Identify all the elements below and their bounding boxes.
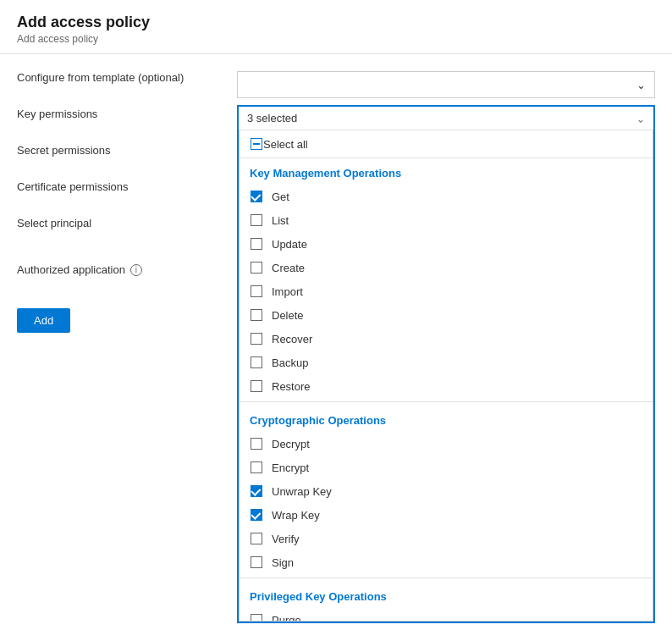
privileged-section-header: Privileged Key Operations [240,582,653,608]
item-encrypt[interactable]: Encrypt [240,456,653,479]
section-divider-2 [240,578,653,578]
key-permissions-dropdown-header[interactable]: 3 selected ⌃ [239,107,653,130]
breadcrumb: Add access policy [17,33,655,45]
page-title: Add access policy [17,14,655,31]
get-checkbox[interactable] [251,191,262,202]
key-permissions-dropdown: 3 selected ⌃ Select all Key Management O… [237,105,655,623]
item-import[interactable]: Import [240,279,653,303]
item-list[interactable]: List [240,208,653,232]
restore-checkbox[interactable] [251,380,262,392]
decrypt-checkbox[interactable] [251,438,262,450]
list-label: List [272,214,289,227]
key-permissions-chevron-icon: ⌃ [636,113,645,124]
right-panel: ⌄ 3 selected ⌃ Select all Key Management… [237,71,655,623]
key-permissions-label: Key permissions [17,108,203,120]
item-sign[interactable]: Sign [240,550,653,574]
verify-label: Verify [272,533,300,545]
item-wrap-key[interactable]: Wrap Key [240,503,653,527]
item-unwrap-key[interactable]: Unwrap Key [240,479,653,503]
unwrap-key-checkbox[interactable] [251,485,262,497]
configure-template-chevron-icon: ⌄ [636,79,646,91]
configure-template-dropdown[interactable]: ⌄ [237,71,655,98]
recover-checkbox[interactable] [251,333,262,345]
secret-permissions-label: Secret permissions [17,144,203,157]
key-permissions-row: Key permissions [17,108,203,120]
certificate-permissions-label: Certificate permissions [17,180,203,193]
cryptographic-section-header: Cryptographic Operations [240,406,653,432]
wrap-key-label: Wrap Key [272,509,320,522]
item-verify[interactable]: Verify [240,527,653,550]
configure-template-row: Configure from template (optional) [17,71,203,84]
authorized-application-row: Authorized application i [17,263,203,276]
item-decrypt[interactable]: Decrypt [240,432,653,456]
delete-label: Delete [272,309,304,322]
encrypt-checkbox[interactable] [251,461,262,473]
item-backup[interactable]: Backup [240,351,653,374]
item-update[interactable]: Update [240,232,653,256]
select-all-label: Select all [263,138,308,151]
verify-checkbox[interactable] [251,533,262,544]
item-delete[interactable]: Delete [240,303,653,327]
item-create[interactable]: Create [240,256,653,279]
page-header: Add access policy Add access policy [0,0,672,54]
item-get[interactable]: Get [240,185,653,208]
info-icon: i [130,264,142,276]
select-principal-row: Select principal [17,217,203,229]
select-all-checkbox-indicator [251,138,262,150]
key-permissions-dropdown-body: Select all Key Management Operations Get… [239,130,653,622]
item-recover[interactable]: Recover [240,327,653,351]
certificate-permissions-row: Certificate permissions [17,180,203,193]
import-checkbox[interactable] [251,285,262,297]
update-checkbox[interactable] [251,238,262,250]
get-label: Get [272,191,289,203]
import-label: Import [272,285,303,298]
purge-checkbox[interactable] [251,614,262,622]
section-divider-1 [240,401,653,402]
restore-label: Restore [272,380,311,393]
configure-template-label: Configure from template (optional) [17,71,203,84]
content-area: Configure from template (optional) Key p… [0,54,672,630]
key-permissions-selected-count: 3 selected [247,112,297,124]
decrypt-label: Decrypt [272,438,310,450]
add-button[interactable]: Add [17,308,70,333]
select-all-row[interactable]: Select all [240,130,653,158]
unwrap-key-label: Unwrap Key [272,485,332,498]
key-management-section-header: Key Management Operations [240,158,653,185]
backup-label: Backup [272,356,308,369]
create-checkbox[interactable] [251,262,262,274]
secret-permissions-row: Secret permissions [17,144,203,157]
select-principal-label: Select principal [17,217,203,229]
create-label: Create [272,262,305,274]
authorized-application-label: Authorized application i [17,263,203,276]
select-all-checkbox[interactable] [250,137,263,151]
item-restore[interactable]: Restore [240,374,653,398]
list-checkbox[interactable] [251,214,262,226]
wrap-key-checkbox[interactable] [251,509,262,521]
purge-label: Purge [272,614,301,622]
update-label: Update [272,238,307,251]
delete-checkbox[interactable] [251,309,262,321]
item-purge[interactable]: Purge [240,608,653,622]
left-panel: Configure from template (optional) Key p… [17,71,203,623]
sign-checkbox[interactable] [251,556,262,568]
encrypt-label: Encrypt [272,461,309,474]
sign-label: Sign [272,556,294,569]
recover-label: Recover [272,333,312,345]
backup-checkbox[interactable] [251,356,262,368]
